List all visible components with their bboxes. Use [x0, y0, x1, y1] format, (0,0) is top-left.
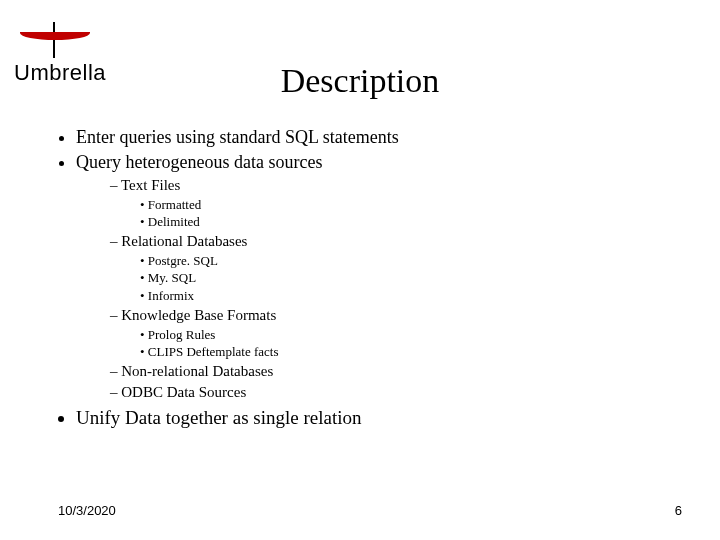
subsub-text: Formatted [148, 197, 201, 212]
subsub-text: CLIPS Deftemplate facts [148, 344, 279, 359]
content-area: Enter queries using standard SQL stateme… [58, 126, 690, 431]
sub-list: Text Files Formatted Delimited Relationa… [76, 176, 690, 402]
bullet-item: Enter queries using standard SQL stateme… [76, 126, 690, 149]
subsub-text: Delimited [148, 214, 200, 229]
slide: Umbrella Description Enter queries using… [0, 0, 720, 540]
bullet-text: Unify Data together as single relation [76, 407, 361, 428]
subsub-list: Formatted Delimited [110, 197, 690, 231]
subsub-item: CLIPS Deftemplate facts [140, 344, 690, 360]
sub-text: ODBC Data Sources [121, 384, 246, 400]
subsub-list: Prolog Rules CLIPS Deftemplate facts [110, 327, 690, 361]
subsub-item: Informix [140, 288, 690, 304]
subsub-item: Prolog Rules [140, 327, 690, 343]
bullet-item: Query heterogeneous data sources Text Fi… [76, 151, 690, 402]
sub-text: Relational Databases [121, 233, 247, 249]
bullet-text: Query heterogeneous data sources [76, 152, 322, 172]
sub-item: ODBC Data Sources [110, 383, 690, 402]
umbrella-stem-icon [53, 22, 55, 58]
subsub-item: My. SQL [140, 270, 690, 286]
bullet-item: Unify Data together as single relation [76, 406, 690, 430]
subsub-item: Formatted [140, 197, 690, 213]
sub-item: Text Files Formatted Delimited [110, 176, 690, 230]
sub-item: Knowledge Base Formats Prolog Rules CLIP… [110, 306, 690, 360]
subsub-list: Postgre. SQL My. SQL Informix [110, 253, 690, 304]
sub-item: Non-relational Databases [110, 362, 690, 381]
subsub-text: My. SQL [148, 270, 196, 285]
subsub-text: Prolog Rules [148, 327, 216, 342]
footer-page-number: 6 [675, 503, 682, 518]
bullet-list: Enter queries using standard SQL stateme… [58, 126, 690, 429]
subsub-text: Postgre. SQL [148, 253, 218, 268]
sub-text: Non-relational Databases [121, 363, 273, 379]
sub-text: Text Files [121, 177, 180, 193]
subsub-item: Postgre. SQL [140, 253, 690, 269]
footer-date: 10/3/2020 [58, 503, 116, 518]
bullet-text: Enter queries using standard SQL stateme… [76, 127, 399, 147]
subsub-text: Informix [148, 288, 194, 303]
slide-title: Description [0, 62, 720, 100]
sub-item: Relational Databases Postgre. SQL My. SQ… [110, 232, 690, 304]
sub-text: Knowledge Base Formats [121, 307, 276, 323]
subsub-item: Delimited [140, 214, 690, 230]
umbrella-canopy-icon [20, 32, 90, 40]
